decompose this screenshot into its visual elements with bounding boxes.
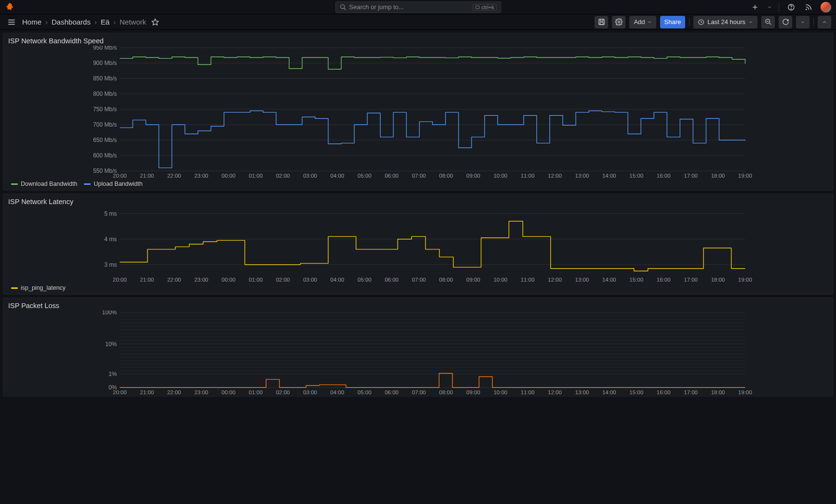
breadcrumb-home[interactable]: Home [22,18,41,26]
svg-text:950 Mb/s: 950 Mb/s [93,46,117,51]
chevron-right-icon: › [45,18,48,26]
svg-text:100%: 100% [102,310,117,316]
svg-line-18 [769,23,771,25]
clock-icon [698,19,704,26]
svg-text:05:00: 05:00 [358,277,372,283]
breadcrumb-dashboards[interactable]: Dashboards [52,18,91,26]
latency-chart[interactable]: 3 ms4 ms5 ms20:0021:0022:0023:0000:0001:… [3,207,833,284]
svg-text:08:00: 08:00 [439,173,453,179]
svg-text:01:00: 01:00 [249,389,263,395]
svg-text:23:00: 23:00 [194,389,208,395]
legend-item[interactable]: isp_ping_latency [11,284,66,291]
kiosk-mode-button[interactable] [818,16,831,28]
panels-container: ISP Network Bandwidth Speed 550 Mb/s600 … [0,30,836,400]
global-search-input[interactable]: Search or jump to... ctrl+k [335,1,501,13]
svg-text:13:00: 13:00 [575,389,589,395]
svg-text:05:00: 05:00 [358,173,372,179]
svg-text:09:00: 09:00 [466,173,480,179]
svg-text:15:00: 15:00 [629,277,643,283]
grafana-logo-icon[interactable] [5,2,15,13]
favorite-button[interactable] [150,17,160,27]
time-range-picker[interactable]: Last 24 hours [693,16,757,28]
svg-text:19:00: 19:00 [738,173,752,179]
panel-bandwidth[interactable]: ISP Network Bandwidth Speed 550 Mb/s600 … [3,33,833,191]
svg-text:750 Mb/s: 750 Mb/s [93,106,117,113]
svg-text:07:00: 07:00 [412,277,426,283]
bandwidth-chart[interactable]: 550 Mb/s600 Mb/s650 Mb/s700 Mb/s750 Mb/s… [3,46,833,180]
svg-text:12:00: 12:00 [548,173,562,179]
svg-text:21:00: 21:00 [140,389,154,395]
divider [689,18,690,26]
breadcrumb-current: Network [119,18,146,26]
dashboard-toolbar: Home › Dashboards › Eä › Network Add Sha… [0,14,836,30]
news-icon[interactable] [803,2,814,13]
zoom-out-button[interactable] [761,16,775,28]
svg-text:09:00: 09:00 [466,277,480,283]
menu-toggle-button[interactable] [5,15,18,29]
svg-text:15:00: 15:00 [629,389,643,395]
chevron-down-icon [748,20,753,25]
svg-text:08:00: 08:00 [439,389,453,395]
add-menu-button[interactable] [750,2,760,13]
svg-text:4 ms: 4 ms [104,236,117,243]
svg-text:10:00: 10:00 [493,389,507,395]
panel-legend: Download Bandwidth Upload Bandwidth [3,180,833,190]
svg-text:10%: 10% [105,341,117,348]
svg-rect-14 [600,22,603,25]
svg-text:17:00: 17:00 [684,277,698,283]
breadcrumb-folder[interactable]: Eä [101,18,109,26]
svg-text:16:00: 16:00 [657,173,671,179]
svg-text:08:00: 08:00 [439,277,453,283]
add-menu-caret-icon[interactable] [767,2,772,13]
user-avatar[interactable] [821,2,831,13]
svg-text:20:00: 20:00 [113,173,127,179]
legend-item[interactable]: Download Bandwidth [11,181,77,187]
svg-text:16:00: 16:00 [657,389,671,395]
svg-text:20:00: 20:00 [113,389,127,395]
svg-text:06:00: 06:00 [385,389,398,395]
svg-text:900 Mb/s: 900 Mb/s [93,60,117,66]
panel-legend: isp_ping_latency [3,284,833,294]
svg-text:17:00: 17:00 [684,389,698,395]
panel-title: ISP Network Bandwidth Speed [3,33,833,46]
svg-text:14:00: 14:00 [602,389,616,395]
svg-text:09:00: 09:00 [466,389,480,395]
svg-text:10:00: 10:00 [493,173,507,179]
panel-title: ISP Packet Loss [3,298,833,310]
svg-text:03:00: 03:00 [303,389,317,395]
help-icon[interactable] [786,2,796,13]
chevron-down-icon [647,20,652,25]
breadcrumb: Home › Dashboards › Eä › Network [22,18,146,26]
legend-item[interactable]: Upload Bandwidth [84,181,142,187]
svg-text:19:00: 19:00 [738,389,752,395]
svg-text:650 Mb/s: 650 Mb/s [93,137,117,143]
svg-text:00:00: 00:00 [222,389,236,395]
chevron-right-icon: › [94,18,97,26]
packet-loss-chart[interactable]: 0%1%10%100%20:0021:0022:0023:0000:0001:0… [3,310,833,396]
svg-point-0 [340,4,344,8]
panel-packet-loss[interactable]: ISP Packet Loss 0%1%10%100%20:0021:0022:… [3,297,833,397]
svg-text:00:00: 00:00 [222,173,236,179]
add-panel-button[interactable]: Add [629,16,656,28]
svg-text:11:00: 11:00 [521,277,535,283]
refresh-interval-button[interactable] [796,16,809,28]
svg-text:20:00: 20:00 [113,277,127,283]
svg-point-15 [618,21,620,23]
save-dashboard-button[interactable] [595,16,608,28]
svg-text:1%: 1% [108,371,117,377]
svg-text:17:00: 17:00 [684,173,698,179]
svg-point-7 [806,9,807,10]
panel-latency[interactable]: ISP Network Latency 3 ms4 ms5 ms20:0021:… [3,194,833,295]
svg-text:18:00: 18:00 [711,389,725,395]
share-button[interactable]: Share [660,16,686,28]
svg-text:07:00: 07:00 [412,173,426,179]
refresh-button[interactable] [779,16,792,28]
svg-text:01:00: 01:00 [249,277,263,283]
svg-text:06:00: 06:00 [385,173,398,179]
search-shortcut: ctrl+k [473,4,497,11]
svg-text:11:00: 11:00 [521,173,535,179]
svg-text:07:00: 07:00 [412,389,426,395]
svg-text:04:00: 04:00 [331,277,345,283]
dashboard-settings-button[interactable] [612,16,625,28]
svg-text:10:00: 10:00 [493,277,507,283]
